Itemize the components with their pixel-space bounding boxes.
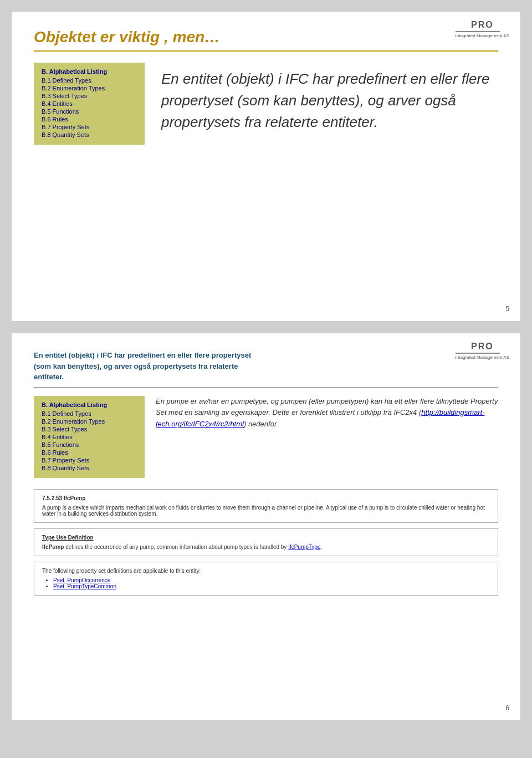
slide-2-header-line2: (som kan benyttes), og arver også proper…	[34, 362, 238, 370]
slide-2-nav-item-3: B.4 Entities	[42, 434, 137, 440]
slide-2-tud-text: IfcPump defines the occurrence of any pu…	[42, 544, 490, 550]
slide-1-main-text: En entitet (objekt) i IFC har predefiner…	[161, 63, 498, 145]
slide-2-nav-item-2: B.3 Select Types	[42, 426, 137, 433]
slide-2-tud-middle: defines the occurrence of any pump; comm…	[64, 544, 288, 550]
slide-2-nav-panel: B. Alphabetical Listing B.1 Defined Type…	[34, 396, 145, 478]
slide-2-ifc-title: 7.5.2.53 IfcPump	[42, 495, 490, 501]
slide-2-nav-header: B. Alphabetical Listing	[42, 401, 137, 408]
slide-1-content: B. Alphabetical Listing B.1 Defined Type…	[34, 63, 498, 145]
slide-2-header-line3: entiteter.	[34, 373, 64, 381]
pro-logo-sub-2: Intagrated Management AS	[456, 355, 509, 360]
slide-1-nav-item-1: B.2 Enumeration Types	[42, 85, 137, 91]
pro-logo-text-2: PRO	[456, 342, 509, 352]
slide-2-tud-after: .	[321, 544, 323, 550]
slide-2-ifc-box: 7.5.2.53 IfcPump A pump is a device whic…	[34, 489, 498, 523]
pro-logo-2: PRO Intagrated Management AS	[456, 342, 509, 360]
slide-1-nav-panel: B. Alphabetical Listing B.1 Defined Type…	[34, 63, 145, 145]
slide-2-nav-item-1: B.2 Enumeration Types	[42, 418, 137, 425]
slide-1-nav-item-0: B.1 Defined Types	[42, 77, 137, 84]
slide-2-ifc-text: A pump is a device which imparts mechani…	[42, 505, 490, 517]
slide-2-pset-list: Pset_PumpOccurrence Pset_PumpTypeCommon	[42, 577, 490, 589]
slide-1-nav-item-3: B.4 Entities	[42, 100, 137, 107]
slide-2-pset-item-1: Pset_PumpTypeCommon	[53, 583, 490, 589]
slide-2-header-line1: En entitet (objekt) i IFC har predefiner…	[34, 351, 251, 359]
slide-1-number: 5	[505, 305, 509, 313]
slide-2-pset-title: The following property set definitions a…	[42, 568, 490, 574]
slide-2-pset-box: The following property set definitions a…	[34, 562, 498, 596]
slide-2-pset-link-1[interactable]: Pset_PumpTypeCommon	[53, 583, 116, 589]
slide-1-nav-item-5: B.6 Rules	[42, 116, 137, 123]
slide-1-nav-item-6: B.7 Property Sets	[42, 124, 137, 130]
slide-2-header: En entitet (objekt) i IFC har predefiner…	[34, 350, 498, 388]
slide-2: PRO Intagrated Management AS En entitet …	[11, 333, 521, 721]
pro-logo-bar-2	[456, 353, 500, 354]
pro-logo-1: PRO Intagrated Management AS	[456, 20, 509, 38]
slide-1-nav-item-7: B.8 Quantity Sets	[42, 131, 137, 138]
slide-1-nav-item-2: B.3 Select Types	[42, 93, 137, 99]
slide-2-nav-item-7: B.8 Quantity Sets	[42, 465, 137, 471]
pro-logo-text-1: PRO	[456, 20, 509, 30]
slide-2-nav-item-6: B.7 Property Sets	[42, 457, 137, 464]
slide-1: PRO Intagrated Management AS Objektet er…	[11, 11, 521, 322]
slide-2-type-use-box: Type Use Definition IfcPump defines the …	[34, 528, 498, 556]
pro-logo-bar-1	[456, 31, 500, 32]
slide-2-main-text-after: ) nedenfor	[244, 420, 277, 428]
slide-2-pset-item-0: Pset_PumpOccurrence	[53, 577, 490, 583]
slide-1-nav-item-4: B.5 Functions	[42, 108, 137, 115]
slide-2-nav-item-5: B.6 Rules	[42, 449, 137, 456]
slide-2-tud-ifcpump: IfcPump	[42, 544, 64, 550]
slide-1-nav-header: B. Alphabetical Listing	[42, 68, 137, 75]
slide-2-tud-title: Type Use Definition	[42, 535, 490, 541]
slide-2-main-text: En pumpe er av/har en pumpetype, og pump…	[156, 396, 498, 478]
slide-2-content: B. Alphabetical Listing B.1 Defined Type…	[34, 396, 498, 478]
slide-2-number: 6	[505, 704, 509, 712]
slide-2-pset-link-0[interactable]: Pset_PumpOccurrence	[53, 577, 110, 583]
slide-1-title: Objektet er viktig , men…	[34, 28, 498, 52]
slide-2-nav-item-0: B.1 Defined Types	[42, 410, 137, 417]
pro-logo-sub-1: Intagrated Management AS	[456, 33, 509, 38]
slide-2-nav-item-4: B.5 Functions	[42, 441, 137, 448]
slide-2-tud-link[interactable]: IfcPumpType	[288, 544, 320, 550]
